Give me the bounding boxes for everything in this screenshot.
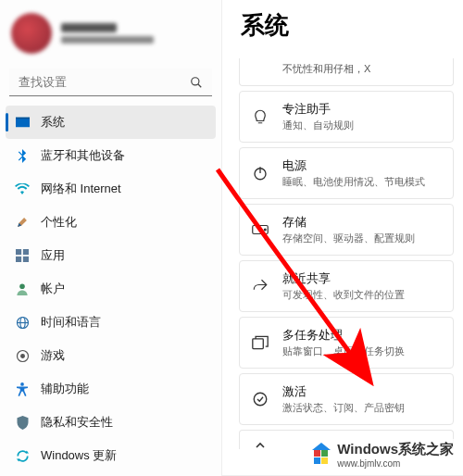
- watermark-url: www.bjmlv.com: [337, 458, 454, 469]
- card-title: 激活: [282, 383, 405, 400]
- activation-icon: [251, 391, 269, 407]
- sidebar-item-label: Windows 更新: [41, 447, 117, 464]
- gaming-icon: [15, 348, 30, 363]
- sidebar-item-bluetooth[interactable]: 蓝牙和其他设备: [6, 139, 216, 172]
- svg-rect-5: [23, 249, 29, 255]
- svg-rect-19: [253, 339, 263, 349]
- card-subtitle: 贴靠窗口、桌面、任务切换: [282, 344, 405, 358]
- wifi-icon: [15, 182, 30, 196]
- system-icon: [15, 115, 30, 130]
- sidebar-item-accounts[interactable]: 帐户: [6, 272, 216, 306]
- card-subtitle: 通知、自动规则: [282, 119, 354, 132]
- card-title: 多任务处理: [282, 327, 405, 344]
- page-title: 系统: [241, 9, 454, 42]
- sidebar-item-label: 游戏: [41, 347, 65, 364]
- card-subtitle: 不忧性和用仔相，X: [282, 62, 370, 76]
- svg-rect-3: [16, 118, 30, 119]
- card-subtitle: 可发现性、收到文件的位置: [282, 288, 405, 302]
- avatar: [11, 13, 52, 54]
- bluetooth-icon: [15, 148, 30, 163]
- card-partial-top[interactable]: 不忧性和用仔相，X: [239, 58, 454, 86]
- card-focus-assist[interactable]: 专注助手 通知、自动规则: [239, 91, 454, 143]
- svg-line-1: [198, 84, 202, 88]
- sidebar-item-label: 应用: [41, 247, 65, 264]
- power-icon: [251, 165, 269, 182]
- sidebar-item-privacy[interactable]: 隐私和安全性: [6, 406, 216, 439]
- card-title: 就近共享: [282, 270, 405, 287]
- multitask-icon: [251, 335, 269, 350]
- accessibility-icon: [15, 382, 30, 396]
- card-storage[interactable]: 存储 存储空间、驱动器、配置规则: [239, 204, 454, 256]
- sidebar-item-network[interactable]: 网络和 Internet: [6, 172, 216, 206]
- sidebar-item-apps[interactable]: 应用: [6, 239, 216, 272]
- svg-point-8: [19, 283, 25, 289]
- sidebar: 系统 蓝牙和其他设备 网络和 Internet 个性化: [0, 0, 222, 476]
- card-title: 专注助手: [282, 101, 354, 118]
- card-activation[interactable]: 激活 激活状态、订阅、产品密钥: [239, 373, 454, 425]
- accounts-icon: [15, 282, 30, 296]
- sidebar-item-accessibility[interactable]: 辅助功能: [6, 372, 216, 406]
- time-lang-icon: [15, 315, 30, 330]
- svg-point-14: [20, 382, 24, 386]
- watermark-logo-icon: [311, 445, 332, 465]
- sidebar-item-label: 系统: [41, 114, 65, 131]
- update-icon: [15, 448, 30, 463]
- sidebar-item-label: 网络和 Internet: [41, 181, 121, 197]
- user-name-blurred: [61, 23, 154, 44]
- card-subtitle: 激活状态、订阅、产品密钥: [282, 401, 405, 415]
- card-list: 不忧性和用仔相，X 专注助手 通知、自动规则 电源 睡眠、电池使用情况、节电模式: [239, 58, 454, 449]
- sidebar-item-label: 辅助功能: [41, 381, 89, 397]
- privacy-icon: [15, 415, 30, 430]
- watermark: Windows系统之家 www.bjmlv.com: [307, 439, 457, 470]
- personalize-icon: [15, 215, 30, 230]
- sidebar-item-time-lang[interactable]: 时间和语言: [6, 306, 216, 339]
- watermark-brand: Windows: [337, 441, 398, 457]
- card-multitask[interactable]: 多任务处理 贴靠窗口、桌面、任务切换: [239, 317, 454, 369]
- card-title: 存储: [282, 214, 415, 231]
- main-panel: 系统 不忧性和用仔相，X 专注助手 通知、自动规则: [222, 0, 463, 476]
- search-icon: [190, 76, 203, 89]
- share-icon: [251, 278, 269, 294]
- sidebar-item-update[interactable]: Windows 更新: [6, 439, 216, 472]
- svg-rect-7: [23, 257, 29, 262]
- sidebar-nav: 系统 蓝牙和其他设备 网络和 Internet 个性化: [0, 104, 221, 474]
- sidebar-item-system[interactable]: 系统: [6, 106, 216, 139]
- watermark-suffix: 系统之家: [398, 441, 454, 457]
- sidebar-item-personalize[interactable]: 个性化: [6, 206, 216, 239]
- search-wrap: [9, 69, 212, 96]
- svg-point-20: [254, 393, 267, 406]
- card-nearby-share[interactable]: 就近共享 可发现性、收到文件的位置: [239, 260, 454, 312]
- card-title: 电源: [282, 157, 425, 174]
- card-power[interactable]: 电源 睡眠、电池使用情况、节电模式: [239, 147, 454, 199]
- sidebar-item-label: 个性化: [41, 214, 77, 231]
- sidebar-item-label: 时间和语言: [41, 314, 101, 331]
- sidebar-item-label: 隐私和安全性: [41, 414, 113, 431]
- apps-icon: [15, 248, 30, 263]
- svg-rect-4: [16, 249, 21, 255]
- user-profile[interactable]: [0, 4, 221, 63]
- card-subtitle: 睡眠、电池使用情况、节电模式: [282, 175, 425, 189]
- svg-rect-6: [16, 257, 21, 262]
- chevron-icon: [251, 442, 269, 449]
- sidebar-item-label: 蓝牙和其他设备: [41, 147, 125, 164]
- sidebar-item-gaming[interactable]: 游戏: [6, 339, 216, 372]
- card-subtitle: 存储空间、驱动器、配置规则: [282, 232, 415, 245]
- storage-icon: [251, 224, 269, 235]
- focus-icon: [251, 108, 269, 125]
- svg-rect-2: [16, 118, 30, 128]
- svg-point-18: [264, 229, 266, 231]
- svg-point-13: [20, 354, 24, 357]
- search-input[interactable]: [9, 69, 212, 96]
- svg-point-0: [192, 78, 199, 85]
- sidebar-item-label: 帐户: [41, 281, 65, 297]
